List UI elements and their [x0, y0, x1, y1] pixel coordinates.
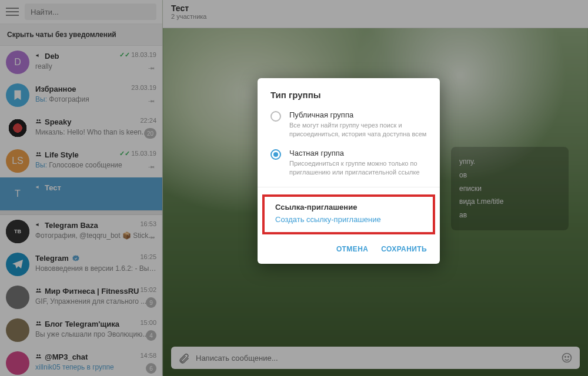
channel-icon — [35, 221, 42, 229]
chat-name: Deb — [45, 52, 59, 61]
chat-item[interactable]: TBTelegram BazaФотография, @teqqru_bot 📦… — [0, 215, 162, 248]
chat-avatar — [6, 253, 29, 276]
unread-badge: 4 — [146, 330, 156, 341]
chat-time: ✓✓18.03.19 — [119, 51, 156, 59]
chat-name: Тест — [45, 183, 61, 192]
pin-icon — [147, 162, 156, 172]
chat-preview: Нововведения в версии 1.6.2: - Вы м... — [35, 264, 156, 273]
chat-header[interactable]: Тест 2 участника — [163, 0, 588, 28]
svg-point-1 — [39, 119, 41, 121]
chat-avatar — [6, 318, 29, 342]
chat-item[interactable]: Блог Telegram'щикаВы уже слышали про Эво… — [0, 314, 162, 347]
chat-item[interactable]: ИзбранноеВы: Фотография23.03.19 — [0, 79, 162, 112]
chat-item[interactable]: DDebreally✓✓18.03.19 — [0, 46, 162, 79]
chat-name: Life Style — [45, 150, 79, 159]
chat-item[interactable]: TТест — [0, 177, 162, 210]
attach-icon[interactable] — [178, 352, 190, 364]
chat-preview: GIF, Упражнения для стального ... — [35, 297, 156, 306]
option-public-desc: Все могут найти группу через поиск и при… — [289, 121, 427, 139]
chat-item[interactable]: SpeakyМиказль: Hello! Who than is keen..… — [0, 112, 162, 145]
create-invite-link[interactable]: Создать ссылку-приглашение — [275, 215, 422, 224]
channel-icon — [35, 184, 42, 192]
chat-time: ✓✓15.03.19 — [119, 150, 156, 157]
chat-time: 15:00 — [140, 319, 156, 326]
chat-avatar: LS — [6, 149, 29, 173]
compose-input[interactable] — [196, 354, 555, 362]
channel-icon — [35, 52, 42, 60]
pin-icon — [147, 96, 156, 106]
chat-preview: Фотография, @teqqru_bot 📦 Sticker... — [35, 231, 156, 240]
chat-avatar — [6, 83, 29, 107]
chat-list: DDebreally✓✓18.03.19ИзбранноеВы: Фотогра… — [0, 46, 162, 376]
chat-subtitle: 2 участника — [171, 13, 580, 20]
svg-point-11 — [565, 357, 566, 358]
emoji-icon[interactable] — [561, 352, 573, 364]
chat-time: 15:02 — [140, 286, 156, 293]
chat-preview: Вы: Голосовое сообщение — [35, 161, 156, 169]
system-text: еписки — [459, 182, 560, 196]
svg-point-12 — [568, 357, 569, 358]
chat-avatar — [6, 116, 29, 140]
chat-time: 22:24 — [140, 117, 156, 124]
chat-item[interactable]: LSLife StyleВы: Голосовое сообщение✓✓15.… — [0, 145, 162, 177]
system-text: вида t.me/title — [459, 195, 560, 209]
option-public-title: Публичная группа — [289, 110, 427, 119]
channel-icon — [35, 287, 42, 295]
option-private-title: Частная группа — [289, 149, 427, 157]
chat-preview: Вы: Фотография — [35, 95, 156, 103]
search-input[interactable] — [25, 4, 156, 20]
option-public[interactable]: Публичная группа Все могут найти группу … — [258, 108, 440, 142]
chat-name: Блог Telegram'щика — [45, 320, 119, 328]
svg-point-6 — [36, 321, 38, 323]
chat-name: Telegram Baza — [45, 221, 98, 230]
channel-icon — [35, 151, 42, 159]
chat-item[interactable]: Мир Фитнеса | FitnessRUGIF, Упражнения д… — [0, 281, 162, 314]
modal-separator — [258, 187, 440, 187]
radio-private[interactable] — [270, 149, 281, 160]
radio-public[interactable] — [270, 111, 281, 122]
chat-avatar: T — [6, 182, 29, 206]
menu-icon[interactable] — [6, 8, 19, 16]
svg-point-4 — [36, 288, 38, 290]
option-private[interactable]: Частная группа Присоединиться к группе м… — [258, 146, 440, 180]
chat-time: 16:25 — [140, 253, 156, 260]
invite-title: Ссылка-приглашение — [275, 203, 422, 212]
svg-point-9 — [39, 354, 41, 356]
chat-preview: Вы уже слышали про Эволюцию... — [35, 330, 156, 338]
chat-avatar: D — [6, 51, 29, 74]
chat-preview: really — [35, 62, 156, 70]
svg-point-2 — [36, 152, 38, 154]
pin-icon — [147, 233, 156, 242]
chat-item[interactable]: TelegramНововведения в версии 1.6.2: - В… — [0, 248, 162, 281]
system-text: уппу. — [459, 155, 560, 169]
save-button[interactable]: СОХРАНИТЬ — [381, 245, 427, 253]
chat-name: Speaky — [45, 118, 72, 126]
svg-point-10 — [563, 354, 572, 362]
svg-point-0 — [36, 119, 38, 121]
unread-badge: 6 — [146, 363, 156, 374]
chat-avatar — [6, 351, 29, 375]
unread-badge: 20 — [144, 128, 156, 139]
svg-point-8 — [36, 354, 38, 356]
hide-notif-bar[interactable]: Скрыть чаты без уведомлений — [0, 24, 162, 46]
system-text: ов — [459, 169, 560, 182]
invite-link-section: Ссылка-приглашение Создать ссылку-пригла… — [262, 194, 435, 234]
chat-avatar — [6, 286, 29, 309]
chat-time: 23.03.19 — [131, 84, 156, 91]
group-type-modal: Тип группы Публичная группа Все могут на… — [258, 78, 440, 264]
chat-preview: Миказль: Hello! Who than is keen... — [35, 128, 156, 136]
svg-point-5 — [39, 288, 41, 290]
chat-time: 16:53 — [140, 220, 156, 227]
compose-bar — [171, 347, 580, 369]
cancel-button[interactable]: ОТМЕНА — [336, 245, 368, 253]
unread-badge: 9 — [146, 297, 156, 308]
channel-icon — [35, 320, 42, 328]
sidebar: Скрыть чаты без уведомлений DDebreally✓✓… — [0, 0, 163, 376]
modal-title: Тип группы — [258, 90, 440, 108]
chat-name: Telegram — [35, 254, 69, 263]
chat-title: Тест — [171, 4, 580, 13]
option-private-desc: Присоединиться к группе можно только по … — [289, 159, 427, 177]
chat-item[interactable]: @MP3_chatxillnik05 теперь в группе14:586 — [0, 347, 162, 376]
pin-icon — [147, 63, 156, 73]
channel-icon — [35, 353, 42, 361]
